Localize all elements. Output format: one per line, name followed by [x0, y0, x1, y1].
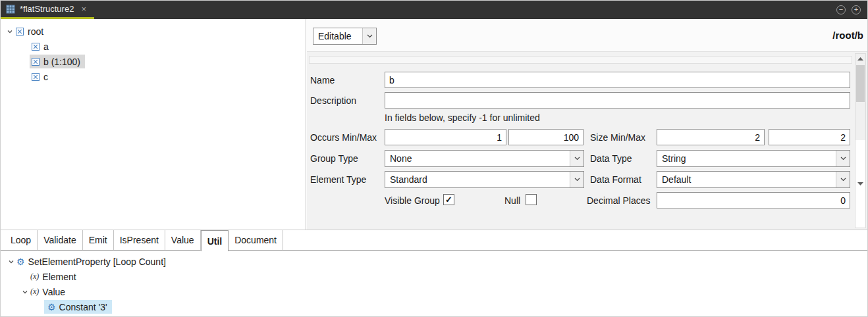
tree-item-a[interactable]: a [1, 39, 306, 54]
structure-icon [6, 5, 15, 14]
data-type-label: Data Type [590, 150, 632, 166]
scroll-thumb[interactable] [856, 65, 865, 102]
data-type-value: String [657, 153, 836, 164]
structure-tree: root a b (1:100) c [1, 19, 306, 230]
chevron-down-icon[interactable] [6, 258, 16, 265]
editor-tab-bar: *flatStructure2 × − + [1, 1, 867, 19]
scroll-down-button[interactable] [855, 140, 865, 228]
tab-label: Util [207, 236, 223, 247]
info-text: In fields below, specify -1 for unlimite… [385, 112, 540, 123]
tab-util[interactable]: Util [201, 230, 229, 251]
tab-document[interactable]: Document [229, 230, 283, 250]
element-path: /root/b [832, 30, 863, 41]
group-type-label: Group Type [310, 150, 358, 166]
decimal-places-input[interactable] [657, 192, 850, 208]
script-tree: ⚙ SetElementProperty [Loop Count] (x) El… [1, 251, 867, 314]
form-header: Editable /root/b [307, 19, 868, 52]
description-input[interactable] [385, 92, 850, 109]
tree-item-label: Constant '3' [59, 302, 107, 312]
minimize-button[interactable]: − [836, 5, 846, 14]
tree-item-constant[interactable]: ⚙ Constant '3' [1, 299, 867, 314]
tree-item-label: b (1:100) [43, 57, 80, 67]
view-controls: − + [836, 5, 867, 14]
chevron-down-icon [836, 172, 850, 187]
form-header-strip [309, 56, 852, 64]
tab-validate[interactable]: Validate [38, 230, 83, 250]
script-tab-bar: Loop Validate Emit IsPresent Value Util … [1, 230, 867, 251]
selected-tree-item: ⚙ Constant '3' [44, 300, 112, 314]
tab-label: IsPresent [120, 235, 159, 245]
chevron-down-icon [836, 151, 850, 166]
gear-icon: ⚙ [47, 303, 56, 312]
tab-ispresent[interactable]: IsPresent [114, 230, 165, 250]
tab-label: Validate [43, 235, 76, 245]
tree-item-root[interactable]: root [1, 24, 306, 39]
size-min-input[interactable] [657, 129, 765, 145]
tree-item-b[interactable]: b (1:100) [1, 54, 306, 69]
element-icon [31, 42, 40, 51]
size-max-input[interactable] [769, 129, 850, 145]
element-icon [31, 57, 40, 66]
tab-loop[interactable]: Loop [5, 230, 38, 250]
chevron-down-icon[interactable] [5, 28, 15, 35]
name-input[interactable] [385, 72, 850, 88]
gear-icon: ⚙ [16, 257, 25, 266]
element-icon [31, 72, 40, 82]
check-icon: ✓ [445, 195, 452, 204]
visible-group-label: Visible Group [385, 192, 440, 208]
data-type-select[interactable]: String [657, 150, 850, 167]
tab-value[interactable]: Value [165, 230, 201, 250]
tree-item-label: a [43, 41, 49, 52]
group-type-value: None [385, 153, 570, 164]
chevron-down-icon [570, 172, 583, 187]
chevron-down-icon[interactable] [20, 289, 30, 295]
editor-tab[interactable]: *flatStructure2 × [1, 1, 94, 19]
name-label: Name [310, 72, 335, 88]
properties-panel: Editable /root/b Name Description In fie… [307, 19, 868, 230]
decimal-places-label: Decimal Places [587, 192, 650, 208]
chevron-down-icon [570, 151, 583, 166]
tab-label: Document [234, 235, 277, 245]
tree-item-element[interactable]: (x) Element [1, 269, 867, 284]
element-type-label: Element Type [310, 171, 366, 187]
occurs-minmax-label: Occurs Min/Max [310, 129, 377, 145]
mode-select-value: Editable [313, 31, 362, 41]
tab-emit[interactable]: Emit [83, 230, 114, 250]
tree-item-setelementproperty[interactable]: ⚙ SetElementProperty [Loop Count] [1, 254, 867, 269]
main-area: root a b (1:100) c [1, 19, 868, 230]
data-format-value: Default [657, 174, 836, 185]
tab-close-icon[interactable]: × [81, 4, 86, 14]
chevron-down-icon [362, 28, 376, 44]
application-window: *flatStructure2 × − + root [0, 0, 868, 317]
tree-item-label: root [28, 26, 43, 37]
tree-item-c[interactable]: c [1, 69, 306, 84]
tree-item-label: SetElementProperty [Loop Count] [28, 256, 166, 267]
mode-select[interactable]: Editable [313, 28, 377, 45]
form-scrollbar[interactable] [855, 53, 866, 228]
element-icon [15, 27, 24, 36]
description-label: Description [310, 92, 356, 109]
group-type-select[interactable]: None [385, 150, 584, 167]
tree-item-label: c [43, 72, 48, 82]
tab-label: Emit [89, 235, 107, 245]
occurs-min-input[interactable] [385, 129, 506, 145]
function-icon: (x) [30, 272, 39, 281]
null-label: Null [504, 192, 520, 208]
data-format-label: Data Format [590, 171, 641, 187]
occurs-max-input[interactable] [508, 129, 583, 145]
maximize-button[interactable]: + [852, 5, 861, 14]
data-format-select[interactable]: Default [657, 171, 850, 188]
script-section: Loop Validate Emit IsPresent Value Util … [1, 230, 867, 317]
visible-group-checkbox[interactable]: ✓ [443, 194, 454, 205]
selected-tree-item: b (1:100) [30, 55, 85, 68]
tree-item-value[interactable]: (x) Value [1, 284, 867, 299]
function-icon: (x) [30, 287, 39, 297]
tree-item-label: Value [42, 287, 65, 297]
null-checkbox[interactable] [526, 194, 537, 205]
tree-item-label: Element [42, 272, 76, 282]
element-type-select[interactable]: Standard [385, 171, 584, 188]
scroll-up-button[interactable] [855, 54, 865, 64]
tab-label: Loop [11, 235, 31, 245]
tab-label: Value [171, 235, 194, 245]
element-type-value: Standard [385, 174, 570, 185]
